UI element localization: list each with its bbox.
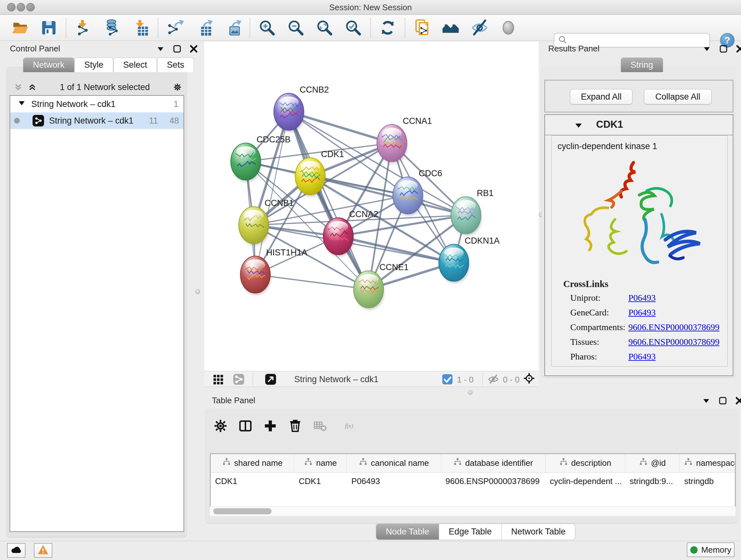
tab-style[interactable]: Style [74,57,113,72]
first-neighbors-icon[interactable] [436,17,465,38]
hide-selected-icon[interactable] [465,17,494,38]
network-node-CDC25B[interactable]: CDC25B [231,135,291,182]
crosslink-link[interactable]: P06493 [628,352,656,361]
protein-card-header[interactable]: CDK1 [545,115,733,135]
zoom-selected-icon[interactable] [339,17,367,38]
protein-expander-icon[interactable] [575,121,583,131]
left-splitter-handle[interactable] [195,289,200,294]
network-node-RB1[interactable]: RB1 [451,188,494,235]
collection-expander-icon[interactable] [18,99,25,109]
control-panel-close-button[interactable] [189,44,199,54]
column-header-label: description [571,458,611,468]
table-hscrollbar[interactable] [210,506,736,516]
node-label-CDK1: CDK1 [321,149,344,159]
column-header-namespace[interactable]: namespace [680,454,736,472]
column-header-label: name [316,458,337,468]
show-all-icon[interactable] [494,17,523,38]
hidden-eye-icon [488,374,500,386]
results-panel-close-button[interactable] [735,44,741,54]
tab-network[interactable]: Network [23,57,74,72]
refresh-layout-icon[interactable] [374,17,402,38]
import-network-database-icon[interactable] [98,17,126,38]
fit-selected-crosshair-icon[interactable] [523,373,537,387]
crosslink-link[interactable]: P06493 [628,293,656,303]
table-panel-float-button[interactable] [718,396,728,406]
tab-network-table[interactable]: Network Table [502,523,576,540]
zoom-out-icon[interactable] [281,17,310,38]
add-column-icon[interactable] [262,418,279,434]
export-image-icon[interactable] [218,17,247,38]
bottom-splitter-handle[interactable] [468,390,473,395]
expand-all-networks-icon[interactable] [27,82,37,92]
network-canvas[interactable]: CCNB2CCNA1CDC25BCDK1CDC6RB1CCNB1CCNA2CDK… [204,42,539,371]
network-options-gear-icon[interactable] [173,82,182,92]
network-node-CCNE1[interactable]: CCNE1 [354,262,409,309]
network-row-selected[interactable]: String Network – cdk1 11 48 [10,112,184,129]
export-table-icon[interactable] [190,17,218,38]
collapse-all-networks-icon[interactable] [13,82,23,92]
table-settings-gear-icon[interactable] [212,418,229,434]
memory-label: Memory [701,545,731,555]
network-node-CDKN1A[interactable]: CDKN1A [439,236,500,283]
column-header-label: namespace [696,458,736,468]
column-header-name[interactable]: name [294,454,347,472]
column-header-canonical-name[interactable]: canonical name [347,454,441,472]
network-collection-row[interactable]: String Network – cdk1 1 [10,96,184,112]
save-session-icon[interactable] [35,17,63,38]
table-panel-close-button[interactable] [735,396,741,406]
control-panel-float-button[interactable] [172,44,182,54]
control-panel-menu-button[interactable] [156,44,165,54]
column-header-shared-name[interactable]: shared name [211,454,294,472]
import-table-file-icon[interactable] [126,17,155,38]
node-label-CDKN1A: CDKN1A [465,236,500,246]
tab-select[interactable]: Select [113,57,157,72]
expand-all-button[interactable]: Expand All [570,89,632,105]
column-header-description[interactable]: description [545,454,625,472]
birdseye-view-icon[interactable] [212,374,225,386]
results-panel-menu-button[interactable] [702,44,712,54]
window-title: Session: New Session [0,3,741,12]
control-panel-title: Control Panel [10,44,60,54]
open-in-window-icon[interactable] [265,374,277,386]
delete-column-trash-icon[interactable] [287,418,304,434]
warnings-button[interactable] [34,543,52,558]
node-label-CCNE1: CCNE1 [380,262,409,272]
network-edge-CCNB2-CCNE1[interactable] [289,112,368,289]
tab-edge-table[interactable]: Edge Table [439,523,502,540]
network-node-CDC6[interactable]: CDC6 [393,169,442,215]
table-row[interactable]: CDK1CDK1P064939606.ENSP00000378699cyclin… [211,473,735,490]
crosslink-link[interactable]: 9606.ENSP00000378699 [628,322,719,332]
collapse-all-button[interactable]: Collapse All [644,89,712,105]
network-from-selection-icon[interactable] [408,17,436,38]
node-label-HIST1H1A: HIST1H1A [266,248,307,257]
column-header--id[interactable]: @id [625,454,680,472]
network-edge-HIST1H1A-CCNE1[interactable] [255,274,368,289]
export-network-icon[interactable] [161,17,190,38]
network-node-HIST1H1A[interactable]: HIST1H1A [240,248,307,295]
tab-sets[interactable]: Sets [157,57,194,72]
zoom-in-icon[interactable] [253,17,281,38]
tab-node-table[interactable]: Node Table [376,523,439,540]
crosslink-link[interactable]: 9606.ENSP00000378699 [628,337,719,347]
crosslink-link[interactable]: P06493 [628,307,656,317]
column-header-database-identifier[interactable]: database identifier [441,454,545,472]
network-edge-CCNB2-CCNA1[interactable] [289,112,392,143]
toolbar-separator [66,18,66,38]
import-network-file-icon[interactable] [69,17,98,38]
selected-checkbox-icon[interactable] [442,374,454,386]
column-type-icon [453,457,462,469]
memory-button[interactable]: Memory [687,543,735,557]
zoom-fit-icon[interactable] [310,17,339,38]
hscrollbar-thumb[interactable] [213,508,272,514]
cloud-button[interactable] [7,543,25,558]
crosslink-label: Tissues: [570,337,628,347]
network-node-CCNB2[interactable]: CCNB2 [274,85,329,132]
network-edge-CCNA2-CDKN1A[interactable] [338,236,454,263]
open-session-icon[interactable] [6,17,35,38]
table-columns-icon[interactable] [237,418,254,434]
warning-icon [37,544,49,557]
tab-string[interactable]: String [621,57,663,72]
table-panel-menu-button[interactable] [701,396,711,406]
table-cell: CDK1 [294,473,347,490]
results-panel-float-button[interactable] [719,44,728,54]
